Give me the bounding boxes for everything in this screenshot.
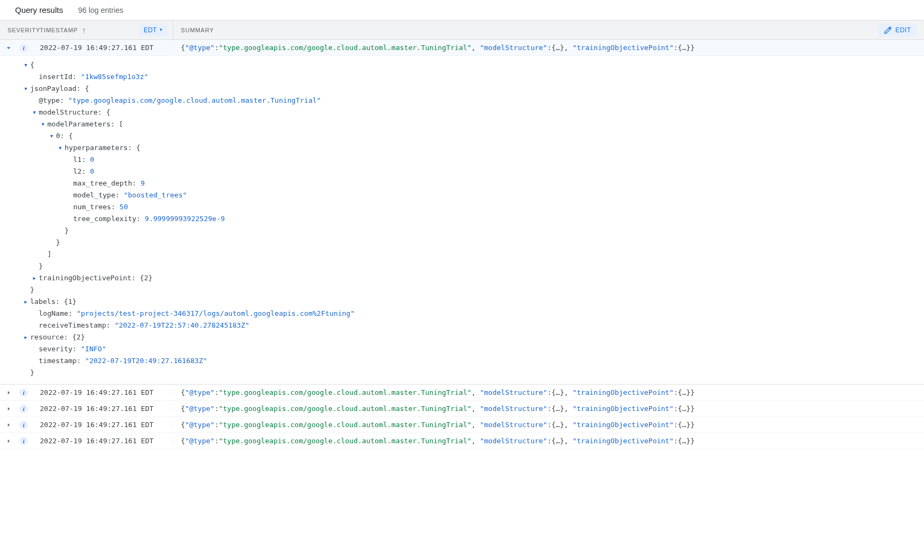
info-icon: i [19,388,28,397]
sort-asc-icon: ↑ [82,26,87,34]
timestamp-cell: 2022-07-19 16:49:27.161 EDT [30,437,173,445]
results-header: Query results 96 log entries [0,0,924,20]
info-icon: i [19,421,28,429]
log-row[interactable]: i 2022-07-19 16:49:27.161 EDT {"@type":"… [0,385,924,401]
json-caret[interactable]: ▾ [47,130,56,142]
summary-cell: {"@type":"type.googleapis.com/google.clo… [173,437,924,445]
chevron-right-icon [4,405,13,413]
summary-cell: {"@type":"type.googleapis.com/google.clo… [173,421,924,429]
timestamp-cell: 2022-07-19 16:49:27.161 EDT [30,44,173,52]
chevron-right-icon [4,421,13,429]
timestamp-cell: 2022-07-19 16:49:27.161 EDT [30,421,173,429]
json-caret[interactable]: ▾ [30,107,39,118]
summary-cell: {"@type":"type.googleapis.com/google.clo… [173,405,924,413]
json-detail: ▾{ insertId: "1kw85sefmp1o3z" ▾jsonPaylo… [0,56,924,385]
severity-cell: i [17,388,30,397]
expand-toggle[interactable] [0,405,17,413]
json-caret[interactable]: ▸ [30,272,39,284]
severity-cell: i [17,405,30,413]
expand-toggle[interactable] [0,388,17,397]
timezone-label: EDT [144,26,157,34]
col-header-summary[interactable]: SUMMARY [181,27,214,33]
severity-cell: i [17,437,30,445]
chevron-down-icon: ▼ [159,27,163,32]
json-caret[interactable]: ▾ [39,118,47,130]
timestamp-cell: 2022-07-19 16:49:27.161 EDT [30,388,173,396]
chevron-down-icon [4,44,13,52]
severity-cell: i [17,44,30,52]
col-header-timestamp[interactable]: TIMESTAMP ↑ EDT ▼ [40,20,173,39]
json-caret[interactable]: ▸ [22,296,30,308]
col-header-severity[interactable]: SEVERITY [0,27,40,33]
results-title: Query results [15,5,63,15]
results-count: 96 log entries [78,6,123,15]
summary-cell: {"@type":"type.googleapis.com/google.clo… [173,388,924,396]
json-caret[interactable]: ▸ [22,331,30,343]
severity-cell: i [17,421,30,429]
chevron-right-icon [4,388,13,397]
expand-toggle[interactable] [0,421,17,429]
edit-label: EDIT [895,26,911,34]
timestamp-cell: 2022-07-19 16:49:27.161 EDT [30,405,173,413]
edit-summary-button[interactable]: EDIT [878,24,916,37]
info-icon: i [19,44,28,52]
column-header-row: SEVERITY TIMESTAMP ↑ EDT ▼ SUMMARY EDIT [0,20,924,40]
log-row[interactable]: i 2022-07-19 16:49:27.161 EDT {"@type":"… [0,401,924,417]
expand-toggle[interactable] [0,44,17,52]
log-row[interactable]: i 2022-07-19 16:49:27.161 EDT {"@type":"… [0,417,924,433]
json-caret[interactable]: ▾ [22,83,30,95]
timezone-selector[interactable]: EDT ▼ [139,24,167,36]
info-icon: i [19,437,28,445]
log-row[interactable]: i 2022-07-19 16:49:27.161 EDT {"@type":"… [0,433,924,449]
col-header-timestamp-label: TIMESTAMP [40,27,78,33]
summary-cell: {"@type":"type.googleapis.com/google.clo… [173,44,924,52]
chevron-right-icon [4,437,13,445]
log-row-expanded[interactable]: i 2022-07-19 16:49:27.161 EDT {"@type":"… [0,40,924,56]
info-icon: i [19,405,28,413]
pencil-icon [884,26,892,34]
json-caret[interactable]: ▾ [56,142,65,154]
expand-toggle[interactable] [0,437,17,445]
json-caret[interactable]: ▾ [22,59,30,71]
